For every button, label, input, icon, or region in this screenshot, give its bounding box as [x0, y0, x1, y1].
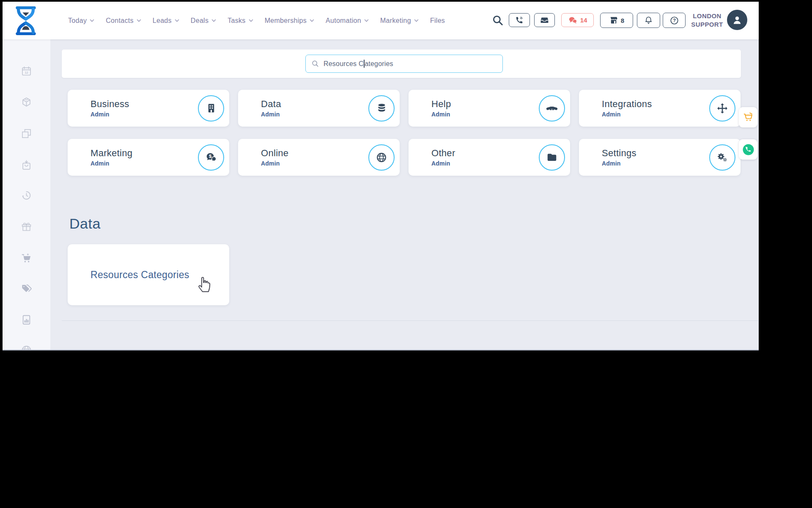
nav-label: Today — [68, 17, 87, 25]
nav-label: Deals — [191, 17, 208, 25]
question-circle-icon: ? — [669, 16, 679, 25]
handshake-icon — [546, 102, 558, 114]
nav-label: Automation — [326, 17, 361, 25]
card-title: Integrations — [602, 99, 709, 110]
nav-item-marketing[interactable]: Marketing — [380, 17, 419, 25]
nav-item-automation[interactable]: Automation — [326, 17, 369, 25]
section-divider — [62, 320, 758, 321]
storefront-icon — [609, 16, 618, 25]
phone-volume-icon — [515, 16, 524, 25]
sidebar-order-intake-icon[interactable] — [21, 160, 32, 171]
nav-item-tasks[interactable]: Tasks — [228, 17, 253, 25]
basket-float-button[interactable] — [739, 107, 757, 127]
app-window: Today Contacts Leads Deals Tasks Members… — [3, 2, 759, 351]
user-name: LONDON SUPPORT — [689, 12, 726, 29]
mouse-cursor-hand — [197, 275, 212, 293]
chevron-down-icon — [249, 19, 253, 22]
card-subtitle: Admin — [602, 160, 709, 167]
card-title: Business — [91, 99, 198, 110]
card-icon-circle — [198, 95, 224, 121]
resources-categories-label: Resources Categories — [91, 269, 189, 281]
bell-icon — [644, 16, 653, 25]
chevron-down-icon — [310, 19, 314, 22]
category-card-business[interactable]: Business Admin — [68, 90, 229, 127]
category-card-integrations[interactable]: Integrations Admin — [579, 90, 741, 127]
card-title: Online — [261, 148, 368, 159]
search-icon[interactable] — [492, 14, 504, 26]
avatar[interactable] — [727, 10, 747, 30]
card-icon-circle — [709, 144, 735, 171]
nav-item-files[interactable]: Files — [430, 17, 445, 25]
card-subtitle: Admin — [261, 160, 368, 167]
sidebar-products-cube-icon[interactable] — [21, 97, 32, 108]
store-button[interactable]: 8 — [600, 13, 633, 28]
nav-item-today[interactable]: Today — [68, 17, 94, 25]
dollar-chat-icon: $ — [205, 152, 217, 163]
sidebar-history-icon[interactable] — [21, 190, 32, 201]
nav-label: Tasks — [228, 17, 245, 25]
page-search-input[interactable]: Resources Categories — [305, 55, 503, 73]
chat-bubbles-icon — [568, 16, 578, 25]
person-icon — [731, 14, 743, 26]
category-card-other[interactable]: Other Admin — [409, 139, 570, 176]
chevron-down-icon — [90, 19, 94, 22]
top-bar: Today Contacts Leads Deals Tasks Members… — [3, 2, 759, 39]
card-subtitle: Admin — [431, 111, 539, 118]
sidebar-calendar-icon[interactable]: 12 — [21, 66, 32, 77]
card-icon-circle — [368, 144, 395, 171]
user-name-line2: SUPPORT — [689, 20, 726, 29]
category-card-help[interactable]: Help Admin — [409, 90, 570, 127]
nav-item-deals[interactable]: Deals — [191, 17, 216, 25]
card-title: Other — [431, 148, 539, 159]
svg-text:?: ? — [673, 18, 676, 23]
nav-item-contacts[interactable]: Contacts — [106, 17, 141, 25]
main-nav: Today Contacts Leads Deals Tasks Members… — [68, 2, 445, 39]
card-title: Data — [261, 99, 368, 110]
search-input-value: Resources Categories — [324, 60, 393, 68]
svg-text:$: $ — [209, 154, 211, 159]
help-button[interactable]: ? — [663, 13, 686, 28]
orange-cart-icon — [743, 112, 754, 123]
card-title: Help — [431, 99, 539, 110]
sidebar-report-icon[interactable] — [21, 314, 32, 326]
card-subtitle: Admin — [602, 111, 709, 118]
svg-text:12: 12 — [25, 71, 28, 75]
sidebar-globe-icon[interactable] — [21, 344, 32, 351]
category-card-data[interactable]: Data Admin — [238, 90, 400, 127]
green-phone-icon — [743, 144, 754, 155]
sidebar-tags-icon[interactable] — [21, 283, 32, 295]
section-heading: Data — [69, 215, 101, 232]
card-title: Marketing — [91, 148, 198, 159]
chevron-down-icon — [175, 19, 179, 22]
sidebar-cart-icon[interactable] — [21, 253, 32, 264]
inbox-button[interactable] — [534, 13, 555, 27]
nav-label: Marketing — [380, 17, 411, 25]
chat-button[interactable]: 14 — [561, 13, 594, 27]
category-card-online[interactable]: Online Admin — [238, 139, 400, 176]
category-card-settings[interactable]: Settings Admin — [579, 139, 741, 176]
nav-item-leads[interactable]: Leads — [153, 17, 179, 25]
phone-float-button[interactable] — [739, 139, 757, 160]
search-text-before: Resources C — [324, 60, 364, 68]
sidebar: 12 — [3, 39, 50, 351]
search-text-after: ategories — [365, 60, 393, 68]
category-card-marketing[interactable]: Marketing Admin $ — [68, 139, 229, 176]
card-subtitle: Admin — [261, 111, 368, 118]
magnifier-icon — [312, 60, 319, 67]
card-icon-circle — [709, 95, 735, 121]
resources-categories-card[interactable]: Resources Categories — [68, 244, 229, 305]
nav-label: Memberships — [265, 17, 307, 25]
notifications-button[interactable] — [637, 13, 660, 28]
hourglass-logo-icon[interactable] — [13, 6, 39, 36]
nav-item-memberships[interactable]: Memberships — [265, 17, 314, 25]
sidebar-copy-icon[interactable] — [21, 128, 32, 139]
card-subtitle: Admin — [431, 160, 539, 167]
sidebar-gift-icon[interactable] — [21, 221, 32, 232]
store-badge: 8 — [621, 17, 624, 24]
nav-label: Files — [430, 17, 445, 25]
nav-label: Leads — [153, 17, 172, 25]
phone-button[interactable] — [509, 13, 530, 27]
chevron-down-icon — [211, 19, 216, 22]
user-name-line1: LONDON — [689, 12, 726, 20]
card-subtitle: Admin — [91, 160, 198, 167]
